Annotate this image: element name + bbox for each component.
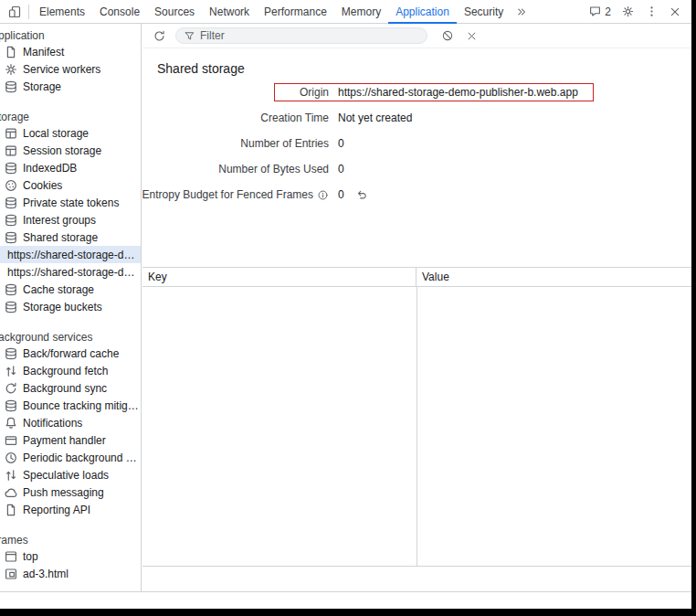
- sidebar-item-label: Notifications: [23, 417, 141, 430]
- sidebar-item-payment-handler[interactable]: Payment handler: [0, 431, 141, 449]
- database-icon: [4, 213, 18, 228]
- refresh-button[interactable]: [148, 26, 170, 46]
- sidebar-item-service-workers[interactable]: Service workers: [0, 60, 141, 78]
- field-label-text: Number of Bytes Used: [218, 163, 329, 175]
- sidebar-item-notifications[interactable]: Notifications: [0, 414, 141, 431]
- sidebar-item-reporting-api[interactable]: Reporting API: [0, 501, 141, 518]
- field-label: Creation Time: [157, 112, 329, 124]
- tab-network[interactable]: Network: [202, 0, 257, 24]
- more-tabs-button[interactable]: [511, 2, 533, 22]
- sidebar-item-label: Interest groups: [23, 214, 141, 227]
- sidebar-item-top[interactable]: top: [0, 547, 141, 565]
- sidebar-item-label: top: [23, 550, 141, 563]
- filter-input[interactable]: Filter: [175, 27, 427, 44]
- sidebar-section-background-services: Background servicesBack/forward cacheBac…: [0, 330, 141, 518]
- tab-sources[interactable]: Sources: [147, 0, 202, 24]
- column-divider[interactable]: [417, 287, 417, 566]
- device-toolbar-button[interactable]: [4, 2, 26, 22]
- info-icon: [317, 189, 329, 201]
- sidebar-item-cookies[interactable]: Cookies: [0, 176, 141, 194]
- sidebar-item-https-shared-storage-d[interactable]: https://shared-storage-d…: [0, 263, 141, 281]
- sidebar-item-label: Payment handler: [23, 434, 141, 447]
- funnel-icon: [184, 30, 195, 42]
- file-icon: [4, 503, 18, 517]
- sidebar-item-private-state-tokens[interactable]: Private state tokens: [0, 194, 141, 211]
- more-button[interactable]: [640, 2, 662, 22]
- close-icon: [669, 5, 681, 18]
- section-title: Frames: [0, 533, 141, 547]
- reset-entropy-budget-button[interactable]: [355, 188, 368, 201]
- shared-storage-datagrid: Key Value: [142, 267, 691, 567]
- sidebar-item-speculative-loads[interactable]: Speculative loads: [0, 466, 141, 483]
- sidebar-item-label: ad-3.html: [23, 568, 141, 580]
- application-sidebar: ApplicationManifestService workersStorag…: [0, 24, 142, 591]
- sidebar-item-background-fetch[interactable]: Background fetch: [0, 362, 141, 379]
- column-header-key[interactable]: Key: [142, 268, 417, 286]
- database-icon: [4, 282, 18, 297]
- tab-performance[interactable]: Performance: [257, 0, 334, 24]
- sidebar-item-ad-3-html[interactable]: ad-3.html: [0, 565, 141, 582]
- table-icon: [4, 126, 18, 141]
- field-label-text: Creation Time: [260, 112, 329, 124]
- cookie-icon: [4, 178, 18, 193]
- field-label-text: Origin: [300, 86, 329, 99]
- card-icon: [4, 433, 18, 448]
- database-icon: [4, 230, 18, 245]
- shared-storage-report: Shared storage Originhttps://shared-stor…: [142, 48, 691, 207]
- tab-application[interactable]: Application: [388, 0, 457, 24]
- sidebar-item-indexeddb[interactable]: IndexedDB: [0, 159, 141, 176]
- sidebar-item-label: Storage buckets: [23, 301, 141, 313]
- sidebar-item-push-messaging[interactable]: Push messaging: [0, 483, 141, 501]
- sidebar-item-session-storage[interactable]: Session storage: [0, 142, 141, 159]
- database-icon: [4, 346, 18, 361]
- sidebar-item-manifest[interactable]: Manifest: [0, 43, 141, 60]
- sidebar-item-label: Shared storage: [23, 231, 141, 244]
- column-header-value-label: Value: [422, 271, 449, 283]
- sidebar-item-label: Private state tokens: [23, 196, 141, 209]
- devtools-tabbar: ElementsConsoleSourcesNetworkPerformance…: [0, 0, 691, 24]
- tabbar-separator: [28, 5, 29, 19]
- clock-icon: [4, 451, 18, 465]
- datagrid-body[interactable]: [142, 287, 691, 566]
- sidebar-item-local-storage[interactable]: Local storage: [0, 124, 141, 142]
- tab-memory[interactable]: Memory: [334, 0, 388, 24]
- window-edge-bottom: [0, 609, 696, 616]
- tab-console[interactable]: Console: [92, 0, 147, 24]
- field-value-creation-time: Not yet created: [338, 112, 412, 124]
- sidebar-item-storage[interactable]: Storage: [0, 78, 141, 95]
- clear-all-button[interactable]: [437, 26, 459, 46]
- delete-button[interactable]: [460, 26, 482, 46]
- info-button[interactable]: [317, 189, 329, 201]
- sidebar-item-https-shared-storage-d[interactable]: https://shared-storage-d…: [0, 246, 141, 263]
- sidebar-item-cache-storage[interactable]: Cache storage: [0, 281, 141, 298]
- sidebar-item-storage-buckets[interactable]: Storage buckets: [0, 298, 141, 315]
- file-icon: [4, 45, 18, 59]
- updown-icon: [4, 468, 18, 483]
- sidebar-item-bounce-tracking-mitigations[interactable]: Bounce tracking mitigations: [0, 397, 141, 414]
- sidebar-item-periodic-background-sync[interactable]: Periodic background sync: [0, 449, 141, 466]
- issues-button[interactable]: 2: [585, 2, 615, 22]
- bell-icon: [4, 416, 18, 430]
- database-icon: [4, 161, 18, 175]
- field-value-number-of-entries: 0: [338, 137, 344, 150]
- sidebar-item-label: Local storage: [23, 127, 141, 140]
- sidebar-item-back-forward-cache[interactable]: Back/forward cache: [0, 345, 141, 362]
- sidebar-item-interest-groups[interactable]: Interest groups: [0, 211, 141, 228]
- device-toolbar-icon: [7, 5, 22, 19]
- tab-elements[interactable]: Elements: [32, 0, 92, 24]
- sidebar-item-label: Speculative loads: [23, 469, 141, 482]
- field-value-number-of-bytes-used: 0: [338, 163, 344, 175]
- field-value-origin: https://shared-storage-demo-publisher-b.…: [338, 86, 578, 99]
- sidebar-item-label: Reporting API: [23, 504, 141, 516]
- sidebar-item-label: Storage: [23, 80, 141, 93]
- tab-security[interactable]: Security: [457, 0, 511, 24]
- sidebar-item-background-sync[interactable]: Background sync: [0, 379, 141, 397]
- column-header-value[interactable]: Value: [417, 268, 691, 286]
- sidebar-item-label: https://shared-storage-d…: [7, 249, 141, 261]
- sidebar-item-label: https://shared-storage-d…: [7, 266, 141, 279]
- close-devtools-button[interactable]: [664, 2, 686, 22]
- report-fields: Originhttps://shared-storage-demo-publis…: [157, 80, 691, 207]
- sidebar-item-shared-storage[interactable]: Shared storage: [0, 228, 141, 246]
- iframe-icon: [4, 567, 18, 581]
- settings-button[interactable]: [617, 2, 638, 22]
